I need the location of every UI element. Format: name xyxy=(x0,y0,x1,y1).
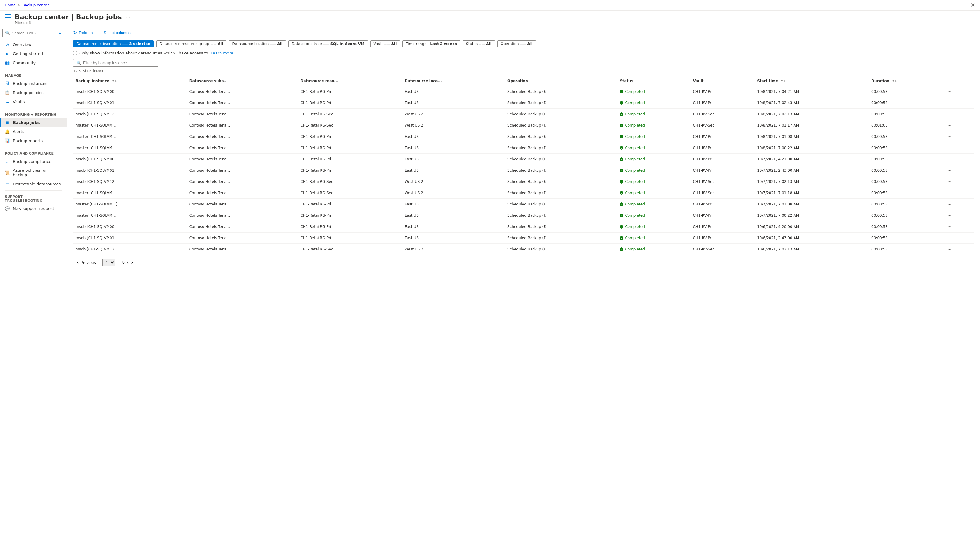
cell-datasource-loca: East US xyxy=(402,97,505,109)
sidebar-item-getting-started[interactable]: ▶ Getting started xyxy=(0,49,67,58)
cell-actions: ··· xyxy=(943,221,974,233)
top-bar: Home > Backup center ✕ xyxy=(0,0,980,11)
search-input[interactable] xyxy=(12,31,57,35)
backup-reports-icon: 📊 xyxy=(5,138,10,143)
table-row: master [CH1-SQLVM...] Contoso Hotels Ten… xyxy=(73,120,974,131)
sidebar-item-vaults[interactable]: ☁ Vaults xyxy=(0,97,67,106)
alerts-icon: 🔔 xyxy=(5,129,10,134)
hamburger-menu[interactable] xyxy=(5,14,11,18)
access-checkbox[interactable] xyxy=(73,51,77,55)
cell-operation: Scheduled Backup (F... xyxy=(505,210,617,221)
status-dot-completed: ✓ xyxy=(620,236,624,240)
row-more-button[interactable]: ··· xyxy=(946,235,953,241)
sidebar-item-label: Backup jobs xyxy=(13,120,40,125)
next-page-button[interactable]: Next > xyxy=(118,259,137,266)
sidebar-item-backup-instances[interactable]: 🗄 Backup instances xyxy=(0,79,67,88)
ellipsis-menu[interactable]: ... xyxy=(126,13,130,19)
cell-status: ✓ Completed xyxy=(617,244,690,255)
filter-operation[interactable]: Operation == All xyxy=(497,40,536,47)
close-button[interactable]: ✕ xyxy=(970,2,975,8)
cell-vault: CH1-RV-Pri xyxy=(690,131,755,143)
cell-duration: 00:00:58 xyxy=(869,165,943,176)
cell-duration: 00:00:58 xyxy=(869,86,943,97)
cell-actions: ··· xyxy=(943,210,974,221)
cell-backup-instance: master [CH1-SQLVM...] xyxy=(73,143,187,154)
sidebar-item-azure-policies[interactable]: 📜 Azure policies for backup xyxy=(0,166,67,179)
cell-datasource-subs: Contoso Hotels Tena... xyxy=(187,221,298,233)
filter-status[interactable]: Status == All xyxy=(463,40,495,47)
sidebar-item-protectable-datasources[interactable]: 🗃 Protectable datasources xyxy=(0,179,67,188)
filter-time-range[interactable]: Time range : Last 2 weeks xyxy=(402,40,460,47)
row-more-button[interactable]: ··· xyxy=(946,133,953,140)
sidebar-item-label: Getting started xyxy=(13,51,43,56)
row-more-button[interactable]: ··· xyxy=(946,212,953,219)
breadcrumb-current[interactable]: Backup center xyxy=(22,3,49,7)
page-select[interactable]: 1 2 3 4 5 6 xyxy=(102,259,115,266)
col-datasource-loca: Datasource loca... xyxy=(402,76,505,86)
filter-type[interactable]: Datasource type == SQL in Azure VM xyxy=(288,40,368,47)
cell-actions: ··· xyxy=(943,97,974,109)
table-row: msdb [CH1-SQLVM00] Contoso Hotels Tena..… xyxy=(73,221,974,233)
col-backup-instance[interactable]: Backup instance ↑↓ xyxy=(73,76,187,86)
backup-instances-icon: 🗄 xyxy=(5,81,10,86)
filter-resource-group[interactable]: Datasource resource group == All xyxy=(156,40,226,47)
cell-datasource-loca: East US xyxy=(402,165,505,176)
filter-backup-instance-input[interactable] xyxy=(83,60,155,65)
sidebar-item-backup-policies[interactable]: 📋 Backup policies xyxy=(0,88,67,97)
sidebar-item-backup-compliance[interactable]: 🛡 Backup compliance xyxy=(0,157,67,166)
cell-status: ✓ Completed xyxy=(617,233,690,244)
cell-status: ✓ Completed xyxy=(617,154,690,165)
breadcrumb-home[interactable]: Home xyxy=(5,3,16,7)
cell-datasource-subs: Contoso Hotels Tena... xyxy=(187,244,298,255)
search-box[interactable]: 🔍 « xyxy=(2,29,64,37)
refresh-button[interactable]: ↻ Refresh xyxy=(73,29,93,37)
cell-actions: ··· xyxy=(943,109,974,120)
cell-datasource-subs: Contoso Hotels Tena... xyxy=(187,165,298,176)
row-more-button[interactable]: ··· xyxy=(946,190,953,196)
cell-operation: Scheduled Backup (F... xyxy=(505,154,617,165)
row-more-button[interactable]: ··· xyxy=(946,100,953,106)
cell-datasource-loca: East US xyxy=(402,221,505,233)
select-columns-button[interactable]: → Select columns xyxy=(98,29,130,37)
row-more-button[interactable]: ··· xyxy=(946,201,953,208)
filter-location[interactable]: Datasource location == All xyxy=(229,40,286,47)
cell-backup-instance: master [CH1-SQLVM...] xyxy=(73,210,187,221)
filter-subscription[interactable]: Datasource subscription == 3 selected xyxy=(73,40,154,47)
sidebar-item-backup-reports[interactable]: 📊 Backup reports xyxy=(0,136,67,145)
previous-page-button[interactable]: < Previous xyxy=(73,259,100,266)
sidebar-item-community[interactable]: 👥 Community xyxy=(0,58,67,67)
table-row: master [CH1-SQLVM...] Contoso Hotels Ten… xyxy=(73,131,974,143)
cell-vault: CH1-RV-Sec xyxy=(690,176,755,187)
row-more-button[interactable]: ··· xyxy=(946,224,953,230)
sidebar-item-overview[interactable]: ⊙ Overview xyxy=(0,40,67,49)
row-more-button[interactable]: ··· xyxy=(946,156,953,162)
sidebar-item-alerts[interactable]: 🔔 Alerts xyxy=(0,127,67,136)
row-more-button[interactable]: ··· xyxy=(946,88,953,95)
sidebar-item-new-support[interactable]: 💬 New support request xyxy=(0,204,67,213)
getting-started-icon: ▶ xyxy=(5,51,10,56)
col-duration[interactable]: Duration ↑↓ xyxy=(869,76,943,86)
col-start-time[interactable]: Start time ↑↓ xyxy=(755,76,869,86)
row-more-button[interactable]: ··· xyxy=(946,246,953,252)
filter-input-box[interactable]: 🔍 xyxy=(73,59,158,67)
row-more-button[interactable]: ··· xyxy=(946,111,953,117)
row-more-button[interactable]: ··· xyxy=(946,144,953,151)
collapse-sidebar-button[interactable]: « xyxy=(59,30,62,36)
row-more-button[interactable]: ··· xyxy=(946,122,953,129)
status-label: Completed xyxy=(625,225,645,229)
row-more-button[interactable]: ··· xyxy=(946,167,953,174)
row-more-button[interactable]: ··· xyxy=(946,178,953,185)
cell-datasource-subs: Contoso Hotels Tena... xyxy=(187,86,298,97)
cell-vault: CH1-RV-Pri xyxy=(690,199,755,210)
cell-actions: ··· xyxy=(943,187,974,199)
table-row: msdb [CH1-SQLVM01] Contoso Hotels Tena..… xyxy=(73,97,974,109)
filter-vault[interactable]: Vault == All xyxy=(370,40,400,47)
learn-more-link[interactable]: Learn more. xyxy=(211,51,234,56)
table-row: msdb [CH1-SQLVM12] Contoso Hotels Tena..… xyxy=(73,176,974,187)
cell-start-time: 10/8/2021, 7:02:13 AM xyxy=(755,109,869,120)
cell-status: ✓ Completed xyxy=(617,165,690,176)
sidebar-item-backup-jobs[interactable]: ≡ Backup jobs xyxy=(0,118,67,127)
azure-policies-icon: 📜 xyxy=(5,170,10,175)
cell-actions: ··· xyxy=(943,165,974,176)
cell-duration: 00:00:58 xyxy=(869,176,943,187)
